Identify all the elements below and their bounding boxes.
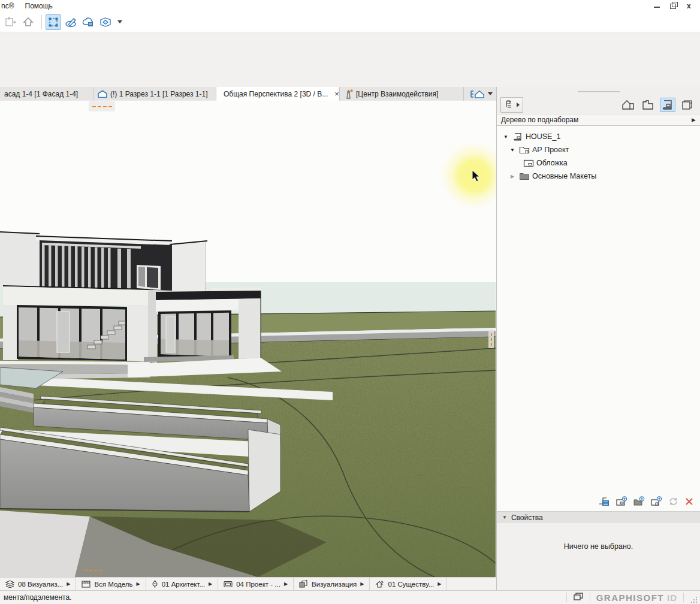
navigator-tree-button[interactable] (500, 97, 523, 113)
tab-razrez[interactable]: (!) 1 Разрез 1-1 [1 Разрез 1-1] (93, 87, 216, 101)
tree-item-main-layouts[interactable]: ▶ Основные Макеты (497, 170, 700, 183)
navigator-header (497, 96, 700, 114)
tree-item-house1[interactable]: ▼ HOUSE_1 (497, 130, 700, 143)
tab-perspective-active[interactable]: Общая Перспектива 2 [3D / В... × (216, 87, 340, 101)
tab-overview-control[interactable] (466, 87, 496, 101)
tree-empty-area[interactable] (497, 183, 700, 493)
model-view-options-icon (224, 581, 233, 588)
project-map-icon[interactable] (620, 98, 636, 112)
resize-element-icon[interactable] (3, 14, 19, 30)
panel-drag-handle[interactable] (497, 87, 700, 96)
marquee-dashes-marker (89, 101, 115, 111)
layers-icon (5, 580, 14, 588)
properties-empty-text: Ничего не выбрано. (564, 542, 633, 551)
workspace-background (0, 32, 700, 87)
tab-interaction-center[interactable]: [Центр Взаимодействия] (340, 87, 464, 101)
title-bar: nc® Помощь x (0, 0, 700, 12)
home-navigate-icon[interactable] (20, 14, 36, 30)
status-message: мента/подэлемента. (0, 593, 71, 602)
caret-right-icon: ▶ (284, 581, 288, 587)
quick-option-graphic-override[interactable]: Визуализация ▶ (294, 578, 370, 590)
tree-item-label: Основные Макеты (532, 172, 596, 180)
restore-icon[interactable] (670, 3, 677, 9)
quick-option-label: 08 Визуализ... (18, 581, 63, 588)
menu-help[interactable]: Помощь (20, 2, 58, 10)
layout-sheet-icon (523, 159, 534, 167)
teamwork-cloud-icon[interactable] (80, 14, 96, 30)
close-icon[interactable]: x (687, 3, 694, 9)
caret-right-icon: ▶ (67, 581, 70, 587)
caret-down-icon: ▼ (502, 515, 507, 520)
update-icon[interactable] (668, 496, 679, 509)
status-bar: мента/подэлемента. GRAPHISOFT ID (0, 590, 700, 604)
delete-icon[interactable] (684, 497, 694, 508)
quick-option-layers[interactable]: 08 Визуализ... ▶ (0, 578, 76, 590)
navigator-scheme-dropdown[interactable]: Дерево по поднаборам ▶ (497, 114, 700, 126)
minimize-icon[interactable] (653, 3, 660, 9)
window-stack-icon[interactable] (573, 592, 584, 603)
graphisoft-id-label: ID (667, 593, 677, 603)
quick-option-renovation-filter[interactable]: Вся Модель ▶ (76, 578, 146, 590)
quick-option-renovation-status[interactable]: 01 Существу... ▶ (370, 578, 447, 590)
quick-option-label: Вся Модель (94, 581, 132, 588)
pen-set-icon (152, 580, 158, 588)
graphic-override-icon (299, 580, 308, 588)
navigator-map-buttons (620, 98, 695, 112)
properties-title: Свойства (511, 514, 543, 522)
view-tab-bar: асад 1-4 [1 Фасад 1-4] (!) 1 Разрез 1-1 … (0, 87, 496, 101)
caret-right-icon: ▶ (137, 581, 140, 587)
right-wing (156, 287, 261, 359)
tab-close-icon[interactable]: × (334, 89, 339, 98)
status-separator (683, 593, 684, 602)
toolbar-separator (41, 15, 42, 29)
tab-overview-icon (470, 89, 485, 99)
layout-settings-icon[interactable] (598, 496, 610, 509)
graphisoft-brand[interactable]: GRAPHISOFT (596, 593, 664, 603)
quick-option-label: Визуализация (312, 581, 357, 588)
status-separator (590, 593, 590, 602)
cursor-pointer (472, 170, 481, 183)
new-master-layout-icon[interactable] (650, 496, 662, 509)
viewport-3d[interactable] (0, 101, 496, 577)
chevron-expanded-icon[interactable]: ▼ (508, 147, 517, 153)
quick-option-label: 01 Существу... (388, 581, 434, 588)
ground-dashes-marker (85, 570, 102, 571)
tree-item-cover[interactable]: Обложка (497, 156, 700, 170)
lower-glazing (17, 305, 127, 361)
properties-section-header[interactable]: ▼ Свойства (497, 511, 700, 523)
window-controls: x (653, 3, 700, 9)
layout-book-icon[interactable] (660, 98, 675, 112)
upper-glass-door (137, 265, 161, 290)
tree-item-label: HOUSE_1 (526, 132, 560, 141)
caret-right-icon (517, 102, 520, 107)
edit-elements-icon[interactable] (63, 14, 79, 30)
pavement (0, 511, 90, 577)
folder-icon (519, 172, 530, 180)
quick-option-model-view[interactable]: 04 Проект - ... ▶ (218, 578, 294, 590)
tab-label: (!) 1 Разрез 1-1 [1 Разрез 1-1] (110, 90, 208, 98)
caret-right-icon: ▶ (209, 581, 212, 587)
chevron-expanded-icon[interactable]: ▼ (502, 134, 510, 140)
toolbar-dropdown-caret-icon[interactable] (117, 20, 122, 23)
navigator-panel: Дерево по поднаборам ▶ ▼ HOUSE_1 ▼ АР Пр… (496, 87, 700, 590)
tree-item-label: Обложка (536, 159, 568, 167)
status-right-group: GRAPHISOFT ID (560, 591, 700, 604)
new-subset-icon[interactable] (633, 496, 645, 509)
tab-overview-caret-icon[interactable] (488, 92, 493, 95)
caret-right-icon: ▶ (437, 581, 441, 587)
new-layout-icon[interactable] (615, 496, 627, 509)
marquee-icon[interactable] (46, 14, 61, 30)
section-icon (98, 90, 107, 98)
view-map-icon[interactable] (640, 98, 656, 112)
render-settings-icon[interactable] (98, 14, 113, 30)
tree-item-ap-project[interactable]: ▼ АР Проект (497, 143, 700, 156)
publisher-sets-icon[interactable] (680, 98, 695, 112)
edge-hotspot-marker (488, 330, 494, 348)
resize-grip[interactable] (690, 596, 698, 604)
3d-scene[interactable] (0, 101, 496, 577)
tab-fasad[interactable]: асад 1-4 [1 Фасад 1-4] (0, 87, 93, 101)
quick-option-pen-set[interactable]: 01 Архитект... ▶ (146, 578, 219, 590)
chevron-collapsed-icon[interactable]: ▶ (508, 174, 517, 179)
interaction-center-icon (344, 89, 353, 99)
app-menu-fragment[interactable]: nc® (0, 2, 20, 10)
